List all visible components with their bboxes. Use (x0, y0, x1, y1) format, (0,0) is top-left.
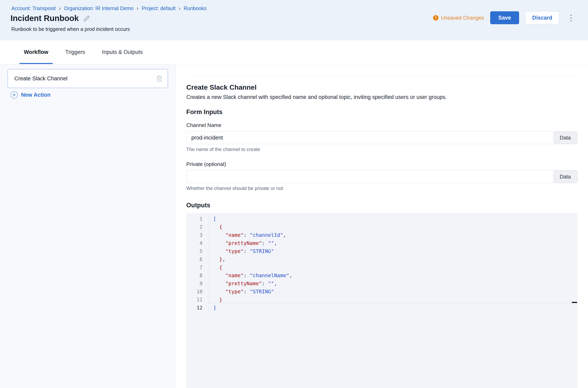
detail-top-divider (186, 75, 578, 76)
breadcrumb-separator: › (137, 5, 139, 12)
private-label: Private (optional) (186, 161, 578, 167)
private-data-button[interactable]: Data (553, 170, 577, 183)
line-number: 10 (186, 288, 202, 296)
line-number: 8 (186, 271, 202, 280)
new-action-button[interactable]: + New Action (8, 91, 168, 98)
tab-workflow[interactable]: Workflow (15, 40, 57, 64)
line-number: 4 (186, 239, 202, 247)
private-input[interactable] (186, 170, 578, 183)
action-detail-title: Create Slack Channel (186, 83, 578, 91)
more-options-icon[interactable]: ⋮ (565, 11, 577, 24)
workflow-sidebar: Create Slack Channel + New Action (0, 64, 176, 388)
unsaved-changes-badge: ! Unsaved Changes (433, 15, 484, 21)
code-line: { (213, 223, 292, 231)
discard-button[interactable]: Discard (525, 11, 559, 24)
page-title: Incident Runbook (10, 14, 79, 23)
warning-icon: ! (433, 15, 438, 21)
action-detail-description: Creates a new Slack channel with specifi… (186, 94, 578, 100)
breadcrumb: Account: Transposit › Organization: IR I… (11, 5, 207, 12)
breadcrumb-organization[interactable]: Organization: IR Internal Demo (64, 5, 134, 11)
save-button[interactable]: Save (490, 11, 519, 24)
breadcrumb-project[interactable]: Project: default (142, 5, 176, 11)
line-number: 5 (186, 247, 202, 255)
unsaved-changes-label: Unsaved Changes (441, 15, 484, 21)
code-line: "prettyName": "", (213, 280, 292, 288)
line-number: 6 (186, 255, 202, 264)
outputs-heading: Outputs (186, 202, 578, 209)
outputs-code-editor[interactable]: 123456789101112 [ { "name": "channelId",… (186, 213, 578, 388)
breadcrumb-runbooks[interactable]: Runbooks (184, 5, 207, 11)
line-number: 7 (186, 264, 202, 271)
code-line: }, (213, 255, 292, 264)
code-line: "prettyName": "", (213, 239, 292, 247)
code-line: "type": "STRING" (213, 288, 292, 296)
breadcrumb-separator: › (179, 5, 181, 12)
code-line: { (213, 264, 292, 271)
page-header: Account: Transposit › Organization: IR I… (0, 0, 588, 40)
page-subtitle: Runbook to be triggered when a prod inci… (11, 26, 130, 32)
code-line: ] (213, 304, 292, 312)
new-action-label: New Action (21, 92, 51, 98)
tab-bar: Workflow Triggers Inputs & Outputs (0, 40, 588, 64)
channel-name-helper: The name of the channel to create (186, 146, 578, 152)
code-line: } (213, 296, 292, 304)
form-inputs-heading: Form Inputs (186, 108, 578, 116)
breadcrumb-account[interactable]: Account: Transposit (11, 5, 56, 11)
line-number: 12 (186, 304, 202, 312)
plus-icon: + (10, 91, 18, 98)
line-number: 1 (186, 215, 202, 223)
private-helper: Whether the channel should be private or… (186, 186, 578, 191)
tab-inputs-outputs[interactable]: Inputs & Outputs (94, 40, 151, 64)
line-number: 9 (186, 280, 202, 288)
line-number: 2 (186, 223, 202, 231)
editor-scrollbar-thumb[interactable] (572, 302, 577, 303)
line-number: 11 (186, 296, 202, 304)
action-detail-panel: Create Slack Channel Creates a new Slack… (176, 64, 588, 388)
channel-name-data-button[interactable]: Data (553, 132, 577, 144)
workflow-action-card[interactable]: Create Slack Channel (8, 69, 168, 88)
code-line: "name": "channelId", (213, 231, 292, 239)
edit-title-icon[interactable] (83, 15, 90, 22)
tab-triggers[interactable]: Triggers (57, 40, 94, 64)
channel-name-input[interactable] (186, 131, 578, 144)
code-line: "name": "channelName", (213, 271, 292, 280)
delete-action-icon[interactable] (156, 75, 162, 82)
action-card-label: Create Slack Channel (14, 75, 67, 82)
channel-name-label: Channel Name (186, 122, 578, 128)
breadcrumb-separator: › (59, 5, 61, 12)
editor-code: [ { "name": "channelId", "prettyName": "… (213, 215, 292, 312)
line-number: 3 (186, 231, 202, 239)
code-line: "type": "STRING" (213, 247, 292, 255)
code-line: [ (213, 215, 292, 223)
editor-gutter: 123456789101112 (186, 215, 209, 316)
